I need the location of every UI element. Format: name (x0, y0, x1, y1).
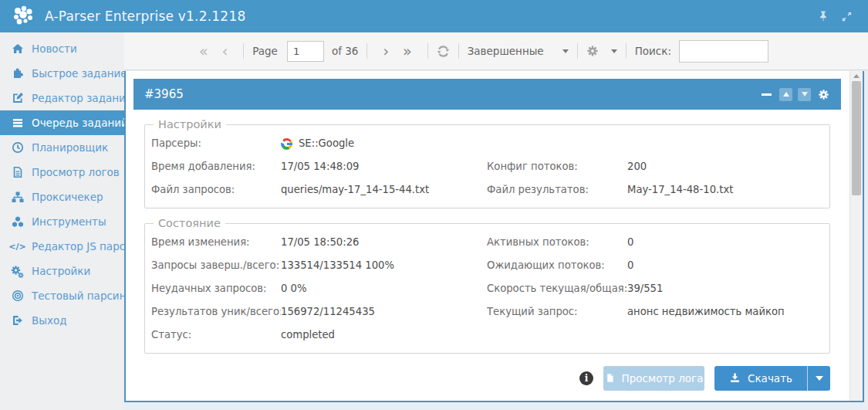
field-label: Время изменения: (151, 231, 281, 254)
sidebar-item-label: Новости (32, 42, 77, 55)
clock-icon (10, 141, 25, 154)
state-legend: Состояние (154, 217, 225, 229)
page-first-button[interactable]: « (192, 44, 215, 59)
sidebar-item-quick-task[interactable]: Быстрое задание (0, 61, 124, 86)
field-label: Текущий запрос: (487, 300, 627, 324)
field-label: Неудачных запросов: (151, 277, 281, 300)
vertical-scrollbar[interactable] (849, 71, 863, 401)
field-value: 133514/133514 100% (281, 254, 487, 277)
sidebar: Новости Быстрое задание Редактор заданий… (0, 32, 124, 410)
file-icon (605, 372, 615, 384)
move-up-button[interactable] (779, 88, 792, 101)
field-value: 200 (627, 155, 823, 178)
field-value: 156972/11245435 (281, 300, 487, 324)
field-label: Статус: (151, 324, 281, 347)
page-number-input[interactable] (287, 41, 324, 62)
field-label: Скорость текущая/общая: (487, 277, 627, 300)
expand-icon[interactable] (841, 11, 853, 22)
sidebar-item-task-queue[interactable]: Очередь заданий (0, 110, 124, 135)
filter-dropdown[interactable]: Завершенные (468, 45, 569, 57)
page-next-button[interactable]: › (376, 44, 396, 59)
job-panel: #3965 Настройки Парсеры: SE::Google Врем (133, 79, 841, 396)
triangle-up-icon (783, 92, 789, 97)
field-value: 17/05 14:48:09 (281, 155, 487, 178)
download-menu-button[interactable] (807, 366, 830, 391)
field-value: 17/05 18:50:26 (281, 231, 487, 254)
aparser-logo-icon (10, 4, 38, 29)
minimize-button[interactable] (762, 93, 772, 96)
toolbar-separator (243, 43, 244, 59)
refresh-button[interactable] (437, 45, 450, 58)
sidebar-item-log-viewer[interactable]: Просмотр логов (0, 160, 124, 185)
download-button[interactable]: Скачать (714, 366, 807, 391)
page-last-button[interactable]: » (396, 44, 419, 59)
field-value: completed (281, 324, 487, 347)
sidebar-item-settings[interactable]: Настройки (0, 259, 124, 283)
gear-icon (586, 45, 599, 57)
sidebar-item-label: Редактор JS парс... (32, 240, 135, 252)
view-log-label: Просмотр лога (622, 372, 704, 385)
move-down-button[interactable] (798, 88, 811, 101)
job-panel-header: #3965 (133, 79, 841, 110)
app-title: A-Parser Enterprise v1.2.1218 (45, 8, 245, 24)
state-fieldset: Состояние Время изменения: 17/05 18:50:2… (144, 217, 830, 354)
sidebar-item-test-parsing[interactable]: Тестовый парсинг (0, 283, 124, 308)
field-label: Результатов уник/всего: (151, 300, 281, 324)
sidebar-item-proxy-checker[interactable]: Проксичекер (0, 185, 124, 209)
field-value (627, 324, 823, 347)
document-icon (10, 166, 25, 178)
cubes-icon (10, 215, 25, 228)
page-label: Page (252, 45, 278, 57)
sidebar-item-label: Проксичекер (32, 191, 103, 203)
sidebar-item-exit[interactable]: Выход (0, 308, 124, 333)
sidebar-item-label: Инструменты (32, 215, 106, 228)
field-label: Ожидающих потоков: (487, 254, 627, 277)
scrollbar-thumb[interactable] (852, 81, 861, 195)
field-label: Запросы заверш./всего: (151, 254, 281, 277)
toolbar-settings-dropdown[interactable] (586, 45, 617, 57)
home-icon (10, 42, 25, 55)
chevron-down-icon (816, 376, 823, 381)
field-value: 39/551 (627, 277, 823, 300)
queue-toolbar: « ‹ Page of 36 › » Завершенные Поиск: (124, 32, 868, 70)
chevron-down-icon (611, 49, 617, 53)
sidebar-item-task-editor[interactable]: Редактор заданий (0, 86, 124, 110)
sidebar-item-label: Очередь заданий (32, 117, 128, 129)
toolbar-separator (427, 43, 428, 59)
download-label: Скачать (748, 372, 792, 385)
sidebar-item-js-parser-editor[interactable]: </> Редактор JS парс... (0, 234, 124, 259)
toolbar-separator (577, 43, 578, 59)
field-value: queries/may-17_14-15-44.txt (281, 178, 487, 202)
field-value: 0 (627, 231, 823, 254)
field-value: 0 (627, 254, 823, 277)
job-settings-button[interactable] (818, 89, 829, 100)
gears-icon (10, 265, 25, 277)
field-label: Файл запросов: (151, 178, 281, 202)
settings-fieldset: Настройки Парсеры: SE::Google Время доба… (144, 118, 830, 208)
target-icon (10, 290, 25, 302)
field-label: Файл результатов: (487, 178, 627, 202)
sidebar-item-scheduler[interactable]: Планировщик (0, 135, 124, 160)
google-icon (281, 138, 292, 150)
field-label: Конфиг потоков: (487, 155, 627, 178)
toolbar-separator (366, 43, 367, 59)
job-panel-footer: i Просмотр лога Скачать (133, 360, 841, 396)
field-value: SE::Google (299, 132, 354, 155)
signout-icon (10, 314, 25, 327)
field-value: 0 0% (281, 277, 487, 300)
pin-icon[interactable] (817, 10, 829, 22)
page-total-label: of 36 (332, 45, 358, 57)
view-log-button[interactable]: Просмотр лога (603, 366, 704, 391)
sidebar-item-news[interactable]: Новости (0, 36, 124, 61)
page-prev-button[interactable]: ‹ (215, 44, 235, 59)
sidebar-item-label: Тестовый парсинг (32, 290, 132, 302)
chevron-down-icon (562, 49, 569, 53)
sitemap-icon (10, 191, 25, 203)
scroll-up-icon[interactable] (853, 74, 860, 78)
edit-icon (10, 92, 25, 104)
field-label: Парсеры: (151, 132, 281, 155)
info-icon[interactable]: i (579, 371, 593, 385)
search-input[interactable] (679, 40, 768, 63)
settings-legend: Настройки (154, 118, 226, 130)
sidebar-item-tools[interactable]: Инструменты (0, 209, 124, 234)
